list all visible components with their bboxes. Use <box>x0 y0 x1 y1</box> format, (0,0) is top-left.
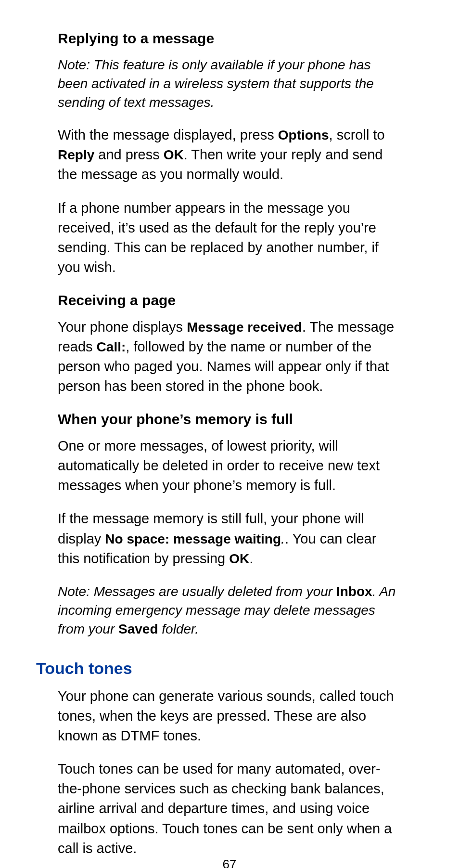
section-touch: Your phone can generate various sounds, … <box>58 687 401 858</box>
ui-label-message-received: Message received <box>187 320 302 335</box>
text: . <box>281 531 285 546</box>
heading-receiving: Receiving a page <box>58 291 401 311</box>
para-touch-1: Your phone can generate various sounds, … <box>58 687 401 746</box>
text: and press <box>94 147 163 162</box>
heading-memory: When your phone’s memory is full <box>58 410 401 429</box>
page-number: 67 <box>0 857 459 868</box>
para-replying-2: If a phone number appears in the message… <box>58 198 401 278</box>
heading-replying: Replying to a message <box>58 29 401 49</box>
para-memory-1: One or more messages, of lowest priority… <box>58 436 401 496</box>
ui-label-call: Call: <box>97 339 126 354</box>
text: With the message displayed, press <box>58 127 278 143</box>
ui-label-reply: Reply <box>58 147 94 162</box>
ui-label-no-space: No space: message waiting <box>105 531 281 546</box>
text: Note: Messages are usually deleted from … <box>58 584 336 599</box>
text: , scroll to <box>329 127 385 143</box>
note-memory: Note: Messages are usually deleted from … <box>58 582 401 639</box>
para-replying-1: With the message displayed, press Option… <box>58 125 401 185</box>
section-title-touch-tones: Touch tones <box>36 659 401 678</box>
ui-label-options: Options <box>278 128 329 143</box>
text: . <box>249 551 253 566</box>
ui-label-ok: OK <box>164 147 184 162</box>
ui-label-ok-2: OK <box>229 551 249 566</box>
text: folder. <box>158 622 199 636</box>
note-replying: Note: This feature is only available if … <box>58 55 401 112</box>
para-memory-2: If the message memory is still full, you… <box>58 509 401 569</box>
para-touch-2: Touch tones can be used for many automat… <box>58 759 401 858</box>
text: Your phone displays <box>58 319 187 335</box>
section-receiving: Receiving a page Your phone displays Mes… <box>58 291 401 396</box>
section-replying: Replying to a message Note: This feature… <box>58 29 401 277</box>
section-memory: When your phone’s memory is full One or … <box>58 410 401 638</box>
ui-label-saved: Saved <box>118 622 158 636</box>
para-receiving-1: Your phone displays Message received. Th… <box>58 317 401 397</box>
ui-label-inbox: Inbox <box>336 584 372 599</box>
